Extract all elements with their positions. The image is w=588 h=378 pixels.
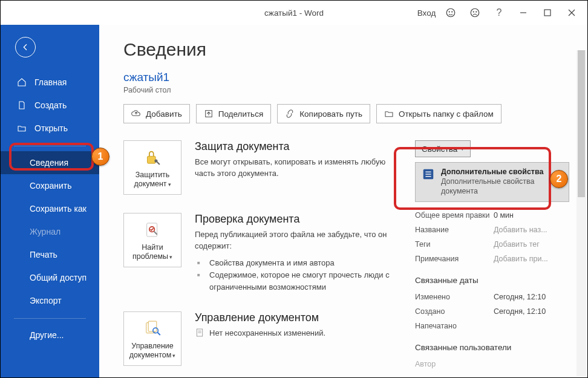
nav-label: Сведения [30, 158, 68, 168]
home-icon [16, 77, 27, 87]
svg-point-2 [452, 11, 452, 12]
button-label: Добавить [146, 109, 182, 119]
button-label: Найти проблемы [132, 243, 168, 261]
nav-label: Создать [34, 100, 67, 110]
nav-label: Экспорт [30, 296, 62, 305]
sad-icon[interactable] [463, 1, 487, 25]
nav-saveas[interactable]: Сохранить как [1, 197, 99, 220]
upload-button[interactable]: Добавить [123, 104, 190, 123]
protect-document-button[interactable]: Защитить документ▾ [123, 140, 181, 195]
related-dates-heading: Связанные даты [415, 276, 569, 285]
window-title: сжатый1 - Word [264, 8, 324, 18]
document-location: Рабочий стол [123, 86, 569, 94]
prop-value[interactable]: Добавить тег [494, 240, 540, 249]
nav-history: Журнал [1, 220, 99, 243]
prop-key: Общее время правки [415, 211, 494, 220]
minimize-button[interactable] [511, 1, 535, 25]
help-icon[interactable]: ? [487, 1, 511, 25]
lock-icon [142, 146, 163, 168]
nav-export[interactable]: Экспорт [1, 289, 99, 312]
svg-point-4 [473, 11, 474, 12]
manage-document-button[interactable]: Управление документом▾ [123, 311, 181, 366]
nav-more[interactable]: Другие... [1, 324, 99, 347]
no-unsaved-changes: Нет несохраненных изменений. [195, 328, 400, 337]
share-button[interactable]: Поделиться [196, 104, 272, 123]
nav-save[interactable]: Сохранить [1, 174, 99, 197]
advanced-properties-item[interactable]: Дополнительные свойства Дополнительные с… [415, 162, 569, 202]
manage-icon [142, 318, 163, 339]
advanced-props-subtitle: Дополнительные свойства документа [441, 177, 563, 197]
protect-title: Защита документа [195, 140, 400, 153]
nav-label: Общий доступ [30, 273, 87, 282]
prop-value[interactable]: Добавить наз... [494, 226, 547, 234]
prop-value: Сегодня, 12:10 [494, 293, 546, 301]
inspect-desc: Перед публикацией этого файла не забудьт… [195, 229, 400, 252]
prop-key: Создано [415, 307, 494, 316]
nav-label: Сохранить [30, 181, 72, 191]
prop-key: Название [415, 226, 494, 234]
svg-rect-16 [148, 321, 157, 331]
button-label: Открыть папку с файлом [399, 109, 494, 119]
nav-info[interactable]: Сведения [1, 151, 99, 174]
page-heading: Сведения [123, 39, 569, 60]
nav-label: Открыть [34, 123, 68, 133]
advanced-props-title: Дополнительные свойства [441, 168, 563, 176]
titlebar: сжатый1 - Word Вход ? [1, 1, 587, 25]
svg-point-3 [471, 8, 479, 17]
prop-value[interactable]: Добавить при... [494, 255, 548, 263]
nav-label: Сохранить как [30, 204, 87, 213]
button-label: Управление документом [129, 342, 174, 359]
backstage-sidebar: Главная Создать Открыть Сведения Сохрани… [1, 25, 99, 377]
nav-label: Журнал [30, 227, 60, 236]
copy-path-button[interactable]: Копировать путь [277, 104, 370, 123]
prop-key: Напечатано [415, 322, 494, 330]
prop-value: Сегодня, 12:10 [494, 307, 546, 316]
svg-rect-11 [148, 156, 156, 163]
related-people-heading: Связанные пользователи [415, 343, 569, 352]
prop-key: Изменено [415, 293, 494, 301]
content-pane: Сведения сжатый1 Рабочий стол Добавить П… [99, 25, 587, 377]
manage-title: Управление документом [195, 311, 400, 324]
close-button[interactable] [560, 1, 584, 25]
annotation-marker-2: 2 [550, 170, 568, 188]
button-label: Свойства [422, 145, 457, 154]
nav-home[interactable]: Главная [1, 71, 99, 94]
nav-label: Другие... [30, 330, 64, 340]
nav-print[interactable]: Печать [1, 243, 99, 266]
nav-new[interactable]: Создать [1, 94, 99, 117]
inspect-item: Содержимое, которое не смогут прочесть л… [197, 269, 400, 293]
nav-label: Печать [30, 250, 57, 259]
nav-label: Главная [34, 77, 67, 87]
prop-key: Автор [415, 360, 494, 368]
svg-point-5 [476, 11, 477, 12]
button-label: Поделиться [218, 109, 264, 119]
open-folder-button[interactable]: Открыть папку с файлом [376, 104, 501, 123]
document-icon [195, 328, 204, 337]
properties-dropdown[interactable]: Свойства▾ [415, 140, 471, 157]
svg-point-0 [446, 8, 455, 17]
login-link[interactable]: Вход [414, 1, 439, 25]
nav-open[interactable]: Открыть [1, 117, 99, 140]
nav-share[interactable]: Общий доступ [1, 266, 99, 289]
properties-icon [422, 168, 435, 197]
svg-rect-7 [544, 10, 550, 16]
protect-desc: Все могут открывать, копировать и изменя… [195, 157, 400, 180]
document-title: сжатый1 [123, 71, 569, 84]
prop-key: Примечания [415, 255, 494, 263]
button-label: Защитить документ [134, 171, 169, 188]
inspect-title: Проверка документа [195, 213, 400, 226]
folder-open-icon [16, 123, 27, 133]
smile-icon[interactable] [439, 1, 463, 25]
annotation-marker-1: 1 [91, 148, 109, 166]
vertical-scrollbar[interactable] [577, 50, 586, 376]
svg-point-1 [449, 11, 449, 12]
button-label: Копировать путь [299, 109, 362, 119]
back-button[interactable] [15, 37, 36, 57]
inspect-document-button[interactable]: Найти проблемы▾ [123, 213, 181, 267]
prop-value: 0 мин [494, 211, 514, 220]
inspect-item: Свойства документа и имя автора [197, 257, 400, 269]
maximize-button[interactable] [535, 1, 560, 25]
file-icon [16, 100, 27, 110]
inspect-icon [142, 219, 163, 241]
prop-key: Теги [415, 240, 494, 249]
